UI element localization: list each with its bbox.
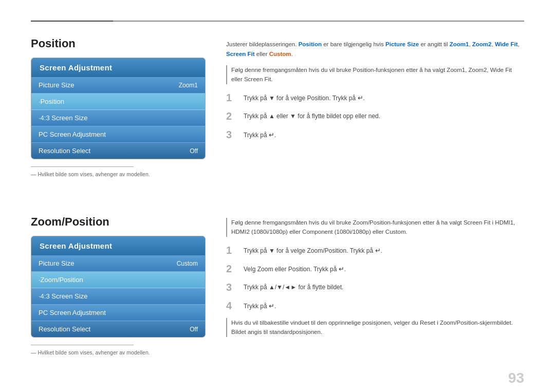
s1-position: Position xyxy=(307,95,329,102)
resolution-value-1: Off xyxy=(190,147,198,155)
position-menu-item-pc-screen[interactable]: PC Screen Adjustment xyxy=(31,126,205,143)
position-step-2-text: Trykk på ▲ eller ▼ for å flytte bildet o… xyxy=(244,110,380,121)
zoom-menu-item-pc-screen[interactable]: PC Screen Adjustment xyxy=(31,305,205,321)
zoom-screen-adjustment-header: Screen Adjustment xyxy=(31,236,205,255)
position-dash-note-text: Følg denne fremgangsmåten hvis du vil br… xyxy=(231,65,524,84)
position-screen-adjustment-header: Screen Adjustment xyxy=(31,58,205,77)
position-label: ·Position xyxy=(39,98,64,105)
position-title: Position xyxy=(31,37,206,50)
zoom-43screen-label: ·4:3 Screen Size xyxy=(39,292,87,300)
zoom-dash-note: Følg denne fremgangsmåten hvis du vil br… xyxy=(226,218,524,237)
dn3-zoom-position: Zoom/Position xyxy=(440,320,478,326)
position-menu-item-43screen[interactable]: ·4:3 Screen Size xyxy=(31,110,205,126)
top-divider xyxy=(31,21,524,22)
zoom-step-4: 4 Trykk på ↵. xyxy=(226,300,524,312)
zoom-step-2: 2 Velg Zoom eller Position. Trykk på ↵. xyxy=(226,263,524,275)
zoom-steps: 1 Trykk på ▼ for å velge Zoom/Position. … xyxy=(226,244,524,312)
enter-icon-z2: ↵ xyxy=(339,264,344,274)
position-step-3: 3 Trykk på ↵. xyxy=(226,128,524,141)
dn-zoom1: Zoom1 xyxy=(447,67,465,73)
zoom-picture-size-label: Picture Size xyxy=(39,259,74,267)
zoom-menu-item-resolution[interactable]: Resolution Select Off xyxy=(31,321,205,337)
43screen-label: ·4:3 Screen Size xyxy=(39,114,87,122)
dn2-screen-fit: Screen Fit xyxy=(464,219,490,226)
dn2-custom: Custom xyxy=(385,229,406,235)
position-step-1-text: Trykk på ▼ for å velge Position. Trykk p… xyxy=(244,91,365,103)
position-step-3-text: Trykk på ↵. xyxy=(244,128,276,140)
position-menu-item-resolution[interactable]: Resolution Select Off xyxy=(31,143,205,159)
dn2-zoom-position: Zoom/Position xyxy=(353,219,391,226)
zoom-dash-note-text: Følg denne fremgangsmåten hvis du vil br… xyxy=(231,218,524,237)
position-menu-item-position[interactable]: ·Position xyxy=(31,94,205,110)
dn3-reset: Reset xyxy=(420,320,435,326)
zoom-step-3: 3 Trykk på ▲/▼/◄► for å flytte bildet. xyxy=(226,281,524,293)
zoom-position-title: Zoom/Position xyxy=(31,215,206,229)
zoom-step-4-text: Trykk på ↵. xyxy=(244,300,276,311)
zoom-picture-size-value: Custom xyxy=(177,260,198,267)
position-right-text: Justerer bildeplasseringen. Position er … xyxy=(226,40,524,59)
dn-wide-fit: Wide Fit xyxy=(490,67,512,73)
dn-zoom2: Zoom2 xyxy=(469,67,487,73)
resolution-value-2: Off xyxy=(190,326,198,333)
position-keyword-wide-fit: Wide Fit xyxy=(495,41,518,47)
position-keyword-screen-fit: Screen Fit xyxy=(226,51,255,57)
dn-position: Position xyxy=(353,67,374,73)
zoom-divider xyxy=(31,345,134,345)
position-menu-item-picture-size[interactable]: Picture Size Zoom1 xyxy=(31,77,205,94)
position-screen-adjustment-box: Screen Adjustment Picture Size Zoom1 ·Po… xyxy=(31,58,206,159)
zoom-position-right: Følg denne fremgangsmåten hvis du vil br… xyxy=(226,215,524,368)
zoom-position-section: Zoom/Position Screen Adjustment Picture … xyxy=(31,215,524,368)
zoom-step-2-text: Velg Zoom eller Position. Trykk på ↵. xyxy=(244,263,346,274)
zs2-position: Position xyxy=(288,266,310,273)
position-keyword-position: Position xyxy=(299,41,322,47)
zoom-menu-item-picture-size[interactable]: Picture Size Custom xyxy=(31,255,205,272)
position-step-1: 1 Trykk på ▼ for å velge Position. Trykk… xyxy=(226,91,524,104)
zoom-menu-item-43screen[interactable]: ·4:3 Screen Size xyxy=(31,288,205,305)
enter-icon-z1: ↵ xyxy=(375,246,381,256)
position-keyword-zoom2: Zoom2 xyxy=(472,41,492,47)
zs1-zoom-position: Zoom/Position xyxy=(307,247,346,254)
zoom-position-left: Zoom/Position Screen Adjustment Picture … xyxy=(31,215,206,368)
dn2-component: Component xyxy=(302,229,332,235)
zoom-step-3-text: Trykk på ▲/▼/◄► for å flytte bildet. xyxy=(244,281,343,292)
position-steps: 1 Trykk på ▼ for å velge Position. Trykk… xyxy=(226,91,524,141)
position-keyword-picture-size: Picture Size xyxy=(385,41,419,47)
zoom-pc-screen-label: PC Screen Adjustment xyxy=(39,309,106,316)
enter-icon-z4: ↵ xyxy=(269,301,274,311)
section-separator xyxy=(31,200,524,215)
dn-screen-fit: Screen Fit xyxy=(244,76,271,82)
zoom-footnote: — Hvilket bilde som vises, avhenger av m… xyxy=(31,349,206,356)
position-left: Position Screen Adjustment Picture Size … xyxy=(31,37,206,190)
zoom-menu-item-zoom-position[interactable]: ·Zoom/Position xyxy=(31,272,205,288)
position-right: Justerer bildeplasseringen. Position er … xyxy=(226,37,524,190)
picture-size-label: Picture Size xyxy=(39,81,74,89)
picture-size-value: Zoom1 xyxy=(179,82,198,89)
pc-screen-label: PC Screen Adjustment xyxy=(39,130,106,138)
dn2-hdmi2: HDMI2 xyxy=(231,229,250,235)
resolution-label-1: Resolution Select xyxy=(39,147,90,155)
position-section: Position Screen Adjustment Picture Size … xyxy=(31,37,524,190)
zoom-step-1: 1 Trykk på ▼ for å velge Zoom/Position. … xyxy=(226,244,524,256)
zoom-screen-adjustment-box: Screen Adjustment Picture Size Custom ·Z… xyxy=(31,236,206,338)
zoom-step-1-text: Trykk på ▼ for å velge Zoom/Position. Tr… xyxy=(244,244,382,256)
page-number: 93 xyxy=(508,370,524,386)
position-keyword-custom: Custom xyxy=(269,51,291,57)
zoom-position-label: ·Zoom/Position xyxy=(39,276,83,284)
dn2-hdmi1: HDMI1 xyxy=(495,219,513,226)
enter-icon-1: ↵ xyxy=(358,93,363,103)
zoom-dash-note2: Hvis du vil tilbakestille vinduet til de… xyxy=(226,318,524,337)
enter-icon-3: ↵ xyxy=(269,130,274,140)
position-dash-note: Følg denne fremgangsmåten hvis du vil br… xyxy=(226,65,524,84)
zs2-zoom: Zoom xyxy=(257,266,273,273)
position-footnote: — Hvilket bilde som vises, avhenger av m… xyxy=(31,171,206,177)
position-keyword-zoom1: Zoom1 xyxy=(450,41,469,47)
position-divider xyxy=(31,166,134,167)
resolution-label-2: Resolution Select xyxy=(39,325,90,333)
zoom-dash-note2-text: Hvis du vil tilbakestille vinduet til de… xyxy=(231,318,524,337)
position-step-2: 2 Trykk på ▲ eller ▼ for å flytte bildet… xyxy=(226,110,524,122)
